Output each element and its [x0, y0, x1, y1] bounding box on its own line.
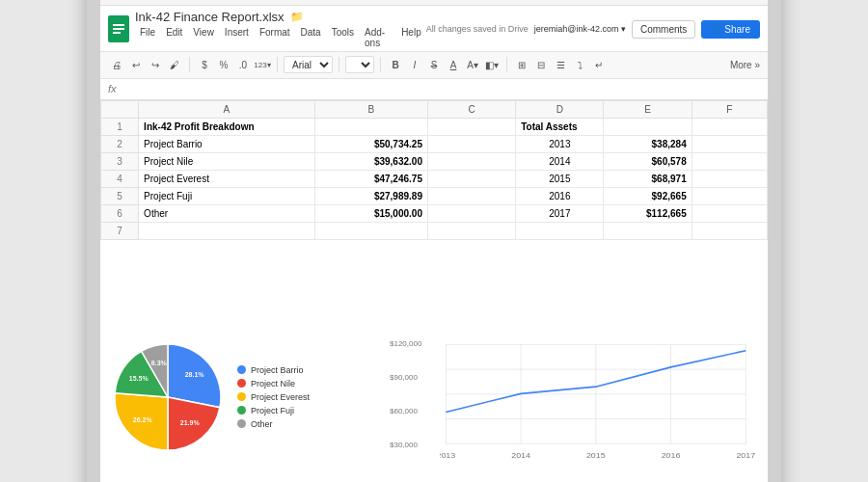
borders-icon[interactable]: ⊞	[513, 56, 530, 73]
table-cell[interactable]: Total Assets	[516, 118, 604, 135]
menu-addons[interactable]: Add-ons	[360, 26, 395, 49]
table-cell[interactable]	[692, 187, 767, 204]
menu-tools[interactable]: Tools	[327, 26, 359, 49]
col-header-b[interactable]: B	[314, 100, 427, 118]
col-header-a[interactable]: A	[139, 100, 315, 118]
menu-edit[interactable]: Edit	[161, 26, 187, 49]
file-folder-icon[interactable]: 📁	[290, 11, 304, 23]
table-cell[interactable]: 6	[101, 204, 139, 222]
align-left-icon[interactable]: ☰	[552, 56, 569, 73]
user-email[interactable]: jeremiah@ink-42.com ▾	[534, 24, 626, 34]
table-cell[interactable]: $68,971	[604, 170, 692, 187]
table-cell[interactable]	[427, 222, 515, 239]
valign-icon[interactable]: ⤵	[571, 56, 588, 73]
table-cell[interactable]: $60,578	[604, 152, 692, 170]
file-title[interactable]: Ink-42 Finance Report.xlsx	[135, 10, 285, 24]
format-paint-icon[interactable]: 🖌	[166, 56, 183, 73]
share-button[interactable]: 👤 Share	[701, 20, 760, 39]
table-row[interactable]: 4Project Everest$47,246.752015$68,971	[101, 170, 768, 187]
font-size-selector[interactable]: 10	[345, 56, 374, 73]
table-cell[interactable]: 2017	[516, 204, 604, 222]
table-cell[interactable]	[427, 187, 515, 204]
table-row[interactable]: 5Project Fuji$27,989.892016$92,665	[101, 187, 768, 204]
table-cell[interactable]	[427, 118, 515, 135]
table-row[interactable]: 3Project Nile$39,632.002014$60,578	[101, 152, 768, 170]
text-color-icon[interactable]: A▾	[464, 56, 481, 73]
table-cell[interactable]	[692, 152, 767, 170]
table-row[interactable]: 2Project Barrio$50,734.252013$38,284	[101, 135, 768, 152]
menu-help[interactable]: Help	[396, 26, 426, 49]
percent-icon[interactable]: %	[215, 56, 232, 73]
spreadsheet-container[interactable]: A B C D E F 1Ink-42 Profit BreakdownTota…	[100, 100, 768, 332]
table-cell[interactable]: $39,632.00	[314, 152, 427, 170]
table-cell[interactable]: $50,734.25	[314, 135, 427, 152]
decimal-increase-icon[interactable]: .0	[234, 56, 252, 73]
table-cell[interactable]: Project Everest	[139, 170, 315, 187]
italic-icon[interactable]: I	[406, 56, 423, 73]
table-cell[interactable]: $92,665	[604, 187, 692, 204]
table-cell[interactable]: 2013	[516, 135, 604, 152]
table-cell[interactable]: 7	[101, 222, 139, 239]
more-button[interactable]: More »	[730, 60, 760, 70]
font-selector[interactable]: Arial	[284, 56, 333, 73]
table-cell[interactable]	[427, 204, 515, 222]
table-cell[interactable]: $15,000.00	[314, 204, 427, 222]
table-cell[interactable]: 2016	[516, 187, 604, 204]
table-cell[interactable]: Ink-42 Profit Breakdown	[139, 118, 315, 135]
comments-button[interactable]: Comments	[632, 20, 695, 39]
table-cell[interactable]	[604, 222, 692, 239]
table-cell[interactable]: Project Nile	[139, 152, 315, 170]
table-cell[interactable]: 2014	[516, 152, 604, 170]
table-cell[interactable]	[314, 118, 427, 135]
table-cell[interactable]	[314, 222, 427, 239]
table-cell[interactable]: $47,246.75	[314, 170, 427, 187]
table-row[interactable]: 7	[101, 222, 768, 239]
table-cell[interactable]: 2	[101, 135, 139, 152]
fill-color-icon[interactable]: ◧▾	[483, 56, 501, 73]
menu-format[interactable]: Format	[255, 26, 295, 49]
table-cell[interactable]: Project Fuji	[139, 187, 315, 204]
bold-icon[interactable]: B	[387, 56, 404, 73]
table-cell[interactable]	[139, 222, 315, 239]
table-cell[interactable]	[516, 222, 604, 239]
menu-view[interactable]: View	[188, 26, 219, 49]
table-cell[interactable]: 2015	[516, 170, 604, 187]
table-cell[interactable]: $38,284	[604, 135, 692, 152]
wrap-icon[interactable]: ↵	[590, 56, 608, 73]
table-cell[interactable]: 5	[101, 187, 139, 204]
table-cell[interactable]: Project Barrio	[139, 135, 315, 152]
table-cell[interactable]: 4	[101, 170, 139, 187]
table-cell[interactable]	[692, 222, 767, 239]
menu-insert[interactable]: Insert	[220, 26, 254, 49]
dollar-icon[interactable]: $	[196, 56, 213, 73]
legend-item: Project Barrio	[237, 365, 310, 375]
col-header-e[interactable]: E	[604, 100, 692, 118]
table-cell[interactable]	[692, 204, 767, 222]
print-icon[interactable]: 🖨	[108, 56, 125, 73]
table-cell[interactable]	[692, 135, 767, 152]
merge-icon[interactable]: ⊟	[532, 56, 550, 73]
table-row[interactable]: 6Other$15,000.002017$112,665	[101, 204, 768, 222]
table-cell[interactable]: 3	[101, 152, 139, 170]
table-cell[interactable]	[692, 170, 767, 187]
menu-file[interactable]: File	[135, 26, 160, 49]
strikethrough-icon[interactable]: S	[425, 56, 443, 73]
col-header-f[interactable]: F	[692, 100, 767, 118]
table-cell[interactable]: $112,665	[604, 204, 692, 222]
table-cell[interactable]	[427, 170, 515, 187]
table-cell[interactable]: 1	[101, 118, 139, 135]
table-cell[interactable]	[427, 152, 515, 170]
underline-icon[interactable]: A	[445, 56, 462, 73]
table-cell[interactable]	[427, 135, 515, 152]
table-cell[interactable]: $27,989.89	[314, 187, 427, 204]
table-cell[interactable]	[692, 118, 767, 135]
col-header-c[interactable]: C	[427, 100, 515, 118]
table-cell[interactable]: Other	[139, 204, 315, 222]
undo-icon[interactable]: ↩	[127, 56, 145, 73]
table-row[interactable]: 1Ink-42 Profit BreakdownTotal Assets	[101, 118, 768, 135]
number-format-icon[interactable]: 123▾	[254, 56, 271, 73]
menu-data[interactable]: Data	[296, 26, 326, 49]
table-cell[interactable]	[604, 118, 692, 135]
col-header-d[interactable]: D	[516, 100, 604, 118]
redo-icon[interactable]: ↪	[147, 56, 164, 73]
